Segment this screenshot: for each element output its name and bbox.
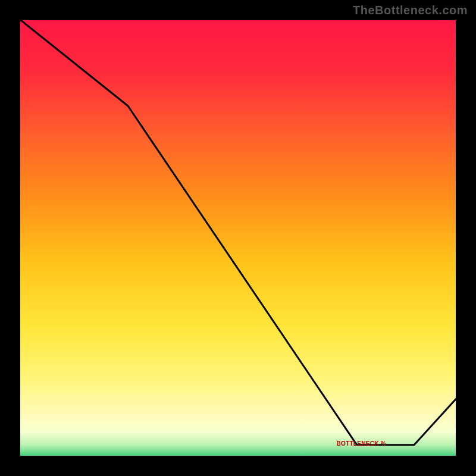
bottleneck-annotation: BOTTLENECK % bbox=[336, 440, 386, 447]
plot-frame: BOTTLENECK % bbox=[18, 18, 458, 458]
chart-container: TheBottleneck.com BOTTLENECK % bbox=[0, 0, 476, 476]
bottleneck-curve-line bbox=[18, 18, 458, 445]
watermark-text: TheBottleneck.com bbox=[353, 4, 468, 17]
plot-line-layer bbox=[18, 18, 458, 458]
